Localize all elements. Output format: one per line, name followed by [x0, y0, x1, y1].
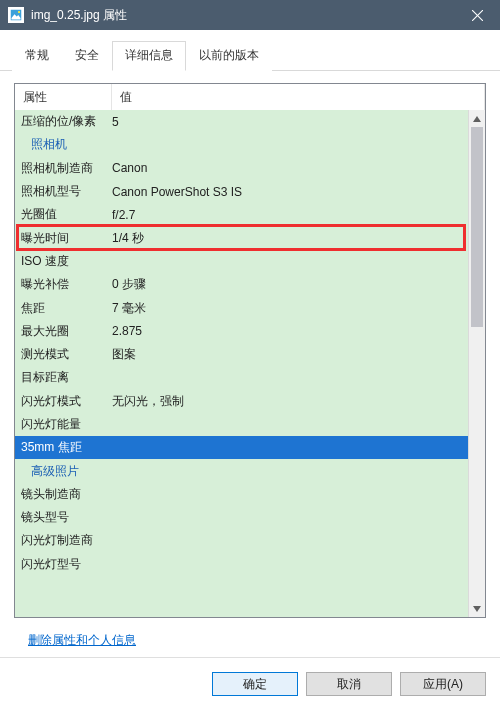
- property-name: 照相机制造商: [21, 160, 112, 177]
- property-name: 最大光圈: [21, 323, 112, 340]
- close-button[interactable]: [455, 0, 500, 30]
- titlebar: img_0.25.jpg 属性: [0, 0, 500, 30]
- property-row[interactable]: 35mm 焦距: [15, 436, 468, 459]
- property-row[interactable]: 照相机制造商Canon: [15, 157, 468, 180]
- scroll-thumb[interactable]: [471, 127, 483, 327]
- vertical-scrollbar[interactable]: [468, 110, 485, 617]
- scroll-track[interactable]: [469, 127, 485, 600]
- window-title: img_0.25.jpg 属性: [31, 7, 455, 24]
- property-row[interactable]: 镜头制造商: [15, 483, 468, 506]
- list-header: 属性 值: [15, 84, 485, 113]
- property-name: 闪光灯制造商: [21, 532, 112, 549]
- property-name: 目标距离: [21, 369, 112, 386]
- svg-marker-6: [473, 606, 481, 612]
- properties-list: 属性 值 压缩的位/像素5照相机照相机制造商Canon照相机型号Canon Po…: [14, 83, 486, 618]
- property-name: 镜头型号: [21, 509, 112, 526]
- property-row[interactable]: 闪光灯能量: [15, 413, 468, 436]
- property-name: 焦距: [21, 300, 112, 317]
- tab-2[interactable]: 详细信息: [112, 41, 186, 71]
- tab-0[interactable]: 常规: [12, 41, 62, 71]
- ok-button[interactable]: 确定: [212, 672, 298, 696]
- cancel-button[interactable]: 取消: [306, 672, 392, 696]
- property-row[interactable]: 照相机型号Canon PowerShot S3 IS: [15, 180, 468, 203]
- property-row[interactable]: 闪光灯模式无闪光，强制: [15, 390, 468, 413]
- property-row[interactable]: 目标距离: [15, 366, 468, 389]
- tab-strip: 常规安全详细信息以前的版本: [0, 30, 500, 71]
- property-row[interactable]: 闪光灯型号: [15, 553, 468, 576]
- property-row[interactable]: 压缩的位/像素5: [15, 110, 468, 133]
- property-row[interactable]: 最大光圈2.875: [15, 320, 468, 343]
- remove-properties-link-area: 删除属性和个人信息: [14, 618, 486, 649]
- property-name: 曝光补偿: [21, 276, 112, 293]
- property-name: 闪光灯能量: [21, 416, 112, 433]
- header-property[interactable]: 属性: [15, 84, 112, 112]
- property-value: 5: [112, 115, 468, 129]
- close-icon: [472, 10, 483, 21]
- property-row[interactable]: 曝光时间1/4 秒: [15, 226, 468, 249]
- remove-properties-link[interactable]: 删除属性和个人信息: [28, 633, 136, 647]
- tab-3[interactable]: 以前的版本: [186, 41, 272, 71]
- property-name: ISO 速度: [21, 253, 112, 270]
- property-name: 闪光灯模式: [21, 393, 112, 410]
- header-value[interactable]: 值: [112, 84, 485, 112]
- property-value: f/2.7: [112, 208, 468, 222]
- apply-button[interactable]: 应用(A): [400, 672, 486, 696]
- property-value: 图案: [112, 346, 468, 363]
- dialog-footer: 确定 取消 应用(A): [0, 657, 500, 710]
- property-row[interactable]: 闪光灯制造商: [15, 529, 468, 552]
- list-body: 压缩的位/像素5照相机照相机制造商Canon照相机型号Canon PowerSh…: [15, 110, 485, 617]
- chevron-up-icon: [473, 116, 481, 122]
- property-value: 1/4 秒: [112, 230, 468, 247]
- image-file-icon: [8, 7, 24, 23]
- property-value: 2.875: [112, 324, 468, 338]
- property-name: 镜头制造商: [21, 486, 112, 503]
- property-name: 照相机: [21, 136, 112, 153]
- property-name: 测光模式: [21, 346, 112, 363]
- property-value: Canon PowerShot S3 IS: [112, 185, 468, 199]
- property-value: 7 毫米: [112, 300, 468, 317]
- chevron-down-icon: [473, 606, 481, 612]
- property-row[interactable]: 曝光补偿0 步骤: [15, 273, 468, 296]
- property-row[interactable]: 镜头型号: [15, 506, 468, 529]
- svg-point-2: [18, 11, 20, 13]
- property-row[interactable]: ISO 速度: [15, 250, 468, 273]
- scroll-up-button[interactable]: [469, 110, 485, 127]
- property-row[interactable]: 焦距7 毫米: [15, 296, 468, 319]
- property-name: 35mm 焦距: [21, 439, 112, 456]
- section-row[interactable]: 高级照片: [15, 459, 468, 482]
- property-name: 压缩的位/像素: [21, 113, 112, 130]
- property-name: 光圈值: [21, 206, 112, 223]
- tab-1[interactable]: 安全: [62, 41, 112, 71]
- property-name: 曝光时间: [21, 230, 112, 247]
- section-row[interactable]: 照相机: [15, 133, 468, 156]
- property-value: Canon: [112, 161, 468, 175]
- property-name: 闪光灯型号: [21, 556, 112, 573]
- scroll-down-button[interactable]: [469, 600, 485, 617]
- svg-marker-5: [473, 116, 481, 122]
- property-value: 0 步骤: [112, 276, 468, 293]
- property-row[interactable]: 光圈值f/2.7: [15, 203, 468, 226]
- details-panel: 属性 值 压缩的位/像素5照相机照相机制造商Canon照相机型号Canon Po…: [0, 71, 500, 657]
- property-name: 高级照片: [21, 463, 112, 480]
- property-name: 照相机型号: [21, 183, 112, 200]
- property-value: 无闪光，强制: [112, 393, 468, 410]
- property-row[interactable]: 测光模式图案: [15, 343, 468, 366]
